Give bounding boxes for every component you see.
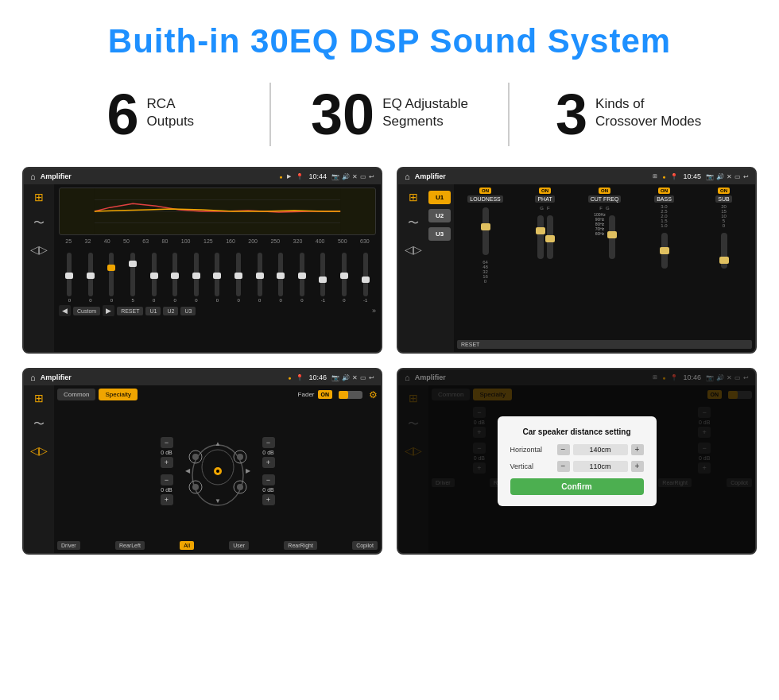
xo-speaker-icon[interactable]: ◁▷ <box>405 243 422 256</box>
eq-track-6[interactable] <box>194 253 199 296</box>
eq-thumb-1[interactable] <box>87 273 95 279</box>
eq-thumb-13[interactable] <box>340 273 348 279</box>
eq-thumb-8[interactable] <box>234 273 242 279</box>
feature-text-crossover: Kinds of Crossover Modes <box>595 95 701 130</box>
bass-thumb[interactable] <box>660 247 669 254</box>
settings-icon-3[interactable]: ⚙ <box>369 389 378 400</box>
eq-thumb-5[interactable] <box>171 273 179 279</box>
xo-filter-icon[interactable]: ⊞ <box>409 191 418 203</box>
eq-screen-content: ⊞ 〜 ◁▷ <box>24 184 381 352</box>
cutfreq-toggle[interactable]: ON <box>599 188 610 194</box>
vol-val-rr: 0 dB <box>262 487 273 493</box>
eq-reset-button[interactable]: RESET <box>117 307 143 315</box>
phat-slider-g[interactable] <box>537 215 544 259</box>
eq-track-9[interactable] <box>258 253 262 296</box>
eq-track-0[interactable] <box>67 253 72 296</box>
eq-thumb-2[interactable] <box>107 265 115 271</box>
user-button-3[interactable]: User <box>229 541 249 550</box>
sub-thumb[interactable] <box>719 257 729 264</box>
rearright-button-3[interactable]: RearRight <box>284 541 317 550</box>
eq-thumb-6[interactable] <box>192 273 200 279</box>
confirm-button[interactable]: Confirm <box>510 478 644 495</box>
crossover-reset-button[interactable]: RESET <box>457 340 752 349</box>
eq-wave-icon[interactable]: 〜 <box>33 216 45 230</box>
eq-custom-button[interactable]: Custom <box>73 307 100 315</box>
rearleft-button-3[interactable]: RearLeft <box>115 541 145 550</box>
fader-slider-thumb[interactable] <box>339 391 348 399</box>
copilot-button-3[interactable]: Copilot <box>352 541 378 550</box>
cutfreq-thumb[interactable] <box>607 231 617 238</box>
eq-thumb-11[interactable] <box>298 273 306 279</box>
eq-track-5[interactable] <box>172 253 177 296</box>
vol-minus-rl[interactable]: − <box>161 474 173 485</box>
eq-thumb-0[interactable] <box>65 273 73 279</box>
loudness-slider[interactable] <box>483 207 489 255</box>
eq-track-3[interactable] <box>130 253 135 296</box>
eq-prev-button[interactable]: ◀ <box>59 305 71 316</box>
eq-track-1[interactable] <box>88 253 93 296</box>
eq-thumb-10[interactable] <box>277 273 285 279</box>
sub-toggle[interactable]: ON <box>718 188 730 194</box>
fader-filter-icon[interactable]: ⊞ <box>34 392 44 404</box>
eq-thumb-9[interactable] <box>256 273 264 279</box>
phat-thumb-f[interactable] <box>545 235 555 242</box>
xo-wave-icon[interactable]: 〜 <box>408 216 419 230</box>
eq-track-2[interactable] <box>109 253 114 296</box>
fader-toggle[interactable]: ON <box>318 390 333 399</box>
eq-thumb-3[interactable] <box>129 261 137 267</box>
vol-minus-rr[interactable]: − <box>262 474 275 485</box>
preset-u2-button[interactable]: U2 <box>428 209 451 222</box>
bass-slider[interactable] <box>661 233 668 269</box>
vol-plus-fr[interactable]: + <box>262 457 275 468</box>
tab-specialty-3[interactable]: Specialty <box>99 389 137 400</box>
phat-toggle[interactable]: ON <box>539 188 551 194</box>
preset-u1-button[interactable]: U1 <box>428 191 451 204</box>
fader-slider-bar[interactable] <box>339 391 362 399</box>
eq-thumb-7[interactable] <box>213 273 221 279</box>
sub-slider[interactable] <box>721 233 727 269</box>
eq-thumb-4[interactable] <box>150 273 158 279</box>
vertical-minus-button[interactable]: − <box>557 461 570 472</box>
location-icon-2: 📍 <box>670 173 678 180</box>
tab-common-3[interactable]: Common <box>57 389 95 400</box>
eq-track-14[interactable] <box>363 253 368 296</box>
fader-speaker-icon[interactable]: ◁▷ <box>30 444 48 457</box>
vertical-plus-button[interactable]: + <box>631 461 644 472</box>
feature-eq: 30 EQ Adjustable Segments <box>287 86 493 143</box>
eq-track-4[interactable] <box>152 253 157 296</box>
eq-u3-button[interactable]: U3 <box>180 307 196 315</box>
eq-thumb-12[interactable] <box>319 277 327 283</box>
dialog-row-vertical: Vertical − 110cm + <box>510 461 644 472</box>
eq-next-button[interactable]: ▶ <box>103 305 114 316</box>
eq-track-12[interactable] <box>320 253 325 296</box>
camera-icon-3: 📷 <box>331 374 339 381</box>
eq-track-10[interactable] <box>278 253 283 296</box>
eq-track-8[interactable] <box>236 253 241 296</box>
vol-plus-fl[interactable]: + <box>161 457 173 468</box>
vol-minus-fl[interactable]: − <box>161 437 173 448</box>
preset-u3-button[interactable]: U3 <box>428 227 451 241</box>
eq-filter-icon[interactable]: ⊞ <box>34 191 44 203</box>
vol-plus-rl[interactable]: + <box>161 494 173 505</box>
back-icon-2: ↩ <box>743 173 749 180</box>
fader-wave-icon[interactable]: 〜 <box>33 417 45 431</box>
eq-track-11[interactable] <box>300 253 304 296</box>
driver-button-3[interactable]: Driver <box>57 541 80 550</box>
horizontal-minus-button[interactable]: − <box>557 444 570 455</box>
loudness-toggle[interactable]: ON <box>479 188 491 194</box>
phat-thumb-g[interactable] <box>536 227 545 234</box>
eq-speaker-icon[interactable]: ◁▷ <box>30 243 48 256</box>
vol-plus-rr[interactable]: + <box>262 494 275 505</box>
eq-thumb-14[interactable] <box>362 277 370 283</box>
bass-toggle[interactable]: ON <box>658 188 670 194</box>
phat-slider-f[interactable] <box>547 215 553 259</box>
vol-minus-fr[interactable]: − <box>262 437 275 448</box>
loudness-thumb[interactable] <box>481 223 490 230</box>
eq-u1-button[interactable]: U1 <box>145 307 161 315</box>
eq-track-7[interactable] <box>215 253 219 296</box>
eq-track-13[interactable] <box>342 253 347 296</box>
cutfreq-slider[interactable] <box>609 215 615 259</box>
all-button-3[interactable]: All <box>180 541 194 550</box>
eq-u2-button[interactable]: U2 <box>163 307 178 315</box>
horizontal-plus-button[interactable]: + <box>631 444 644 455</box>
